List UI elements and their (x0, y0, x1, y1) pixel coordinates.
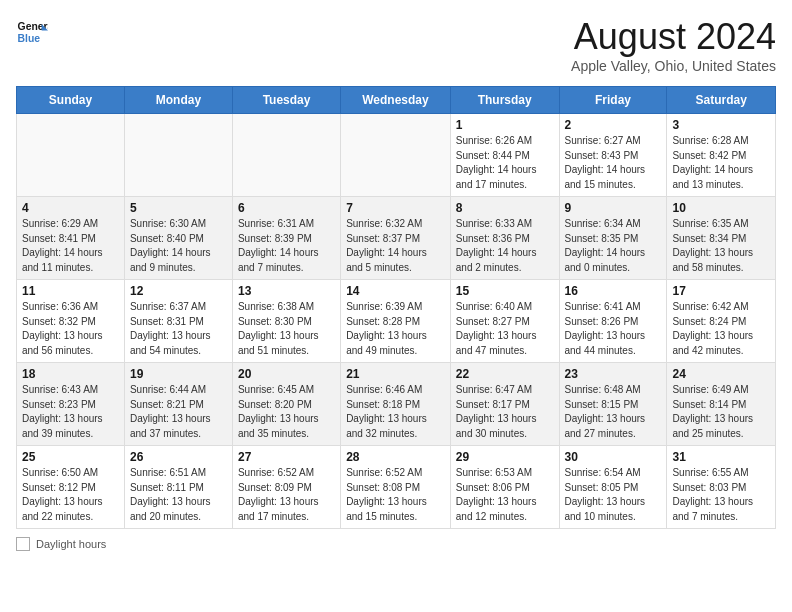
date-number: 2 (565, 118, 662, 132)
date-number: 5 (130, 201, 227, 215)
cell-info: Sunrise: 6:34 AM Sunset: 8:35 PM Dayligh… (565, 217, 662, 275)
cal-cell-28: 28Sunrise: 6:52 AM Sunset: 8:08 PM Dayli… (341, 446, 451, 529)
week-row-5: 25Sunrise: 6:50 AM Sunset: 8:12 PM Dayli… (17, 446, 776, 529)
cal-cell-empty (232, 114, 340, 197)
cal-cell-4: 4Sunrise: 6:29 AM Sunset: 8:41 PM Daylig… (17, 197, 125, 280)
date-number: 17 (672, 284, 770, 298)
date-number: 22 (456, 367, 554, 381)
cal-cell-3: 3Sunrise: 6:28 AM Sunset: 8:42 PM Daylig… (667, 114, 776, 197)
date-number: 29 (456, 450, 554, 464)
date-number: 30 (565, 450, 662, 464)
cell-info: Sunrise: 6:46 AM Sunset: 8:18 PM Dayligh… (346, 383, 445, 441)
cell-info: Sunrise: 6:44 AM Sunset: 8:21 PM Dayligh… (130, 383, 227, 441)
cal-cell-10: 10Sunrise: 6:35 AM Sunset: 8:34 PM Dayli… (667, 197, 776, 280)
date-number: 7 (346, 201, 445, 215)
cell-info: Sunrise: 6:52 AM Sunset: 8:08 PM Dayligh… (346, 466, 445, 524)
cell-info: Sunrise: 6:32 AM Sunset: 8:37 PM Dayligh… (346, 217, 445, 275)
cell-info: Sunrise: 6:45 AM Sunset: 8:20 PM Dayligh… (238, 383, 335, 441)
day-header-tuesday: Tuesday (232, 87, 340, 114)
cell-info: Sunrise: 6:54 AM Sunset: 8:05 PM Dayligh… (565, 466, 662, 524)
cal-cell-12: 12Sunrise: 6:37 AM Sunset: 8:31 PM Dayli… (124, 280, 232, 363)
week-row-4: 18Sunrise: 6:43 AM Sunset: 8:23 PM Dayli… (17, 363, 776, 446)
cal-cell-22: 22Sunrise: 6:47 AM Sunset: 8:17 PM Dayli… (450, 363, 559, 446)
cal-cell-empty (17, 114, 125, 197)
cell-info: Sunrise: 6:52 AM Sunset: 8:09 PM Dayligh… (238, 466, 335, 524)
cell-info: Sunrise: 6:55 AM Sunset: 8:03 PM Dayligh… (672, 466, 770, 524)
date-number: 18 (22, 367, 119, 381)
cal-cell-19: 19Sunrise: 6:44 AM Sunset: 8:21 PM Dayli… (124, 363, 232, 446)
cell-info: Sunrise: 6:36 AM Sunset: 8:32 PM Dayligh… (22, 300, 119, 358)
cal-cell-21: 21Sunrise: 6:46 AM Sunset: 8:18 PM Dayli… (341, 363, 451, 446)
cal-cell-17: 17Sunrise: 6:42 AM Sunset: 8:24 PM Dayli… (667, 280, 776, 363)
cell-info: Sunrise: 6:50 AM Sunset: 8:12 PM Dayligh… (22, 466, 119, 524)
date-number: 23 (565, 367, 662, 381)
date-number: 20 (238, 367, 335, 381)
week-row-3: 11Sunrise: 6:36 AM Sunset: 8:32 PM Dayli… (17, 280, 776, 363)
cal-cell-empty (341, 114, 451, 197)
cal-cell-1: 1Sunrise: 6:26 AM Sunset: 8:44 PM Daylig… (450, 114, 559, 197)
cell-info: Sunrise: 6:28 AM Sunset: 8:42 PM Dayligh… (672, 134, 770, 192)
date-number: 3 (672, 118, 770, 132)
cell-info: Sunrise: 6:31 AM Sunset: 8:39 PM Dayligh… (238, 217, 335, 275)
cal-cell-2: 2Sunrise: 6:27 AM Sunset: 8:43 PM Daylig… (559, 114, 667, 197)
calendar-body: 1Sunrise: 6:26 AM Sunset: 8:44 PM Daylig… (17, 114, 776, 529)
cell-info: Sunrise: 6:43 AM Sunset: 8:23 PM Dayligh… (22, 383, 119, 441)
cal-cell-26: 26Sunrise: 6:51 AM Sunset: 8:11 PM Dayli… (124, 446, 232, 529)
cal-cell-31: 31Sunrise: 6:55 AM Sunset: 8:03 PM Dayli… (667, 446, 776, 529)
cal-cell-6: 6Sunrise: 6:31 AM Sunset: 8:39 PM Daylig… (232, 197, 340, 280)
logo: General Blue (16, 16, 48, 48)
daylight-label: Daylight hours (36, 538, 106, 550)
cell-info: Sunrise: 6:30 AM Sunset: 8:40 PM Dayligh… (130, 217, 227, 275)
cell-info: Sunrise: 6:47 AM Sunset: 8:17 PM Dayligh… (456, 383, 554, 441)
date-number: 16 (565, 284, 662, 298)
day-header-thursday: Thursday (450, 87, 559, 114)
cell-info: Sunrise: 6:49 AM Sunset: 8:14 PM Dayligh… (672, 383, 770, 441)
cell-info: Sunrise: 6:53 AM Sunset: 8:06 PM Dayligh… (456, 466, 554, 524)
cell-info: Sunrise: 6:39 AM Sunset: 8:28 PM Dayligh… (346, 300, 445, 358)
day-header-monday: Monday (124, 87, 232, 114)
month-title: August 2024 (571, 16, 776, 58)
title-block: August 2024 Apple Valley, Ohio, United S… (571, 16, 776, 74)
daylight-box-icon (16, 537, 30, 551)
location: Apple Valley, Ohio, United States (571, 58, 776, 74)
week-row-1: 1Sunrise: 6:26 AM Sunset: 8:44 PM Daylig… (17, 114, 776, 197)
cal-cell-24: 24Sunrise: 6:49 AM Sunset: 8:14 PM Dayli… (667, 363, 776, 446)
calendar-table: SundayMondayTuesdayWednesdayThursdayFrid… (16, 86, 776, 529)
cal-cell-18: 18Sunrise: 6:43 AM Sunset: 8:23 PM Dayli… (17, 363, 125, 446)
day-header-sunday: Sunday (17, 87, 125, 114)
cal-cell-9: 9Sunrise: 6:34 AM Sunset: 8:35 PM Daylig… (559, 197, 667, 280)
cal-cell-20: 20Sunrise: 6:45 AM Sunset: 8:20 PM Dayli… (232, 363, 340, 446)
day-header-wednesday: Wednesday (341, 87, 451, 114)
cell-info: Sunrise: 6:35 AM Sunset: 8:34 PM Dayligh… (672, 217, 770, 275)
date-number: 6 (238, 201, 335, 215)
date-number: 19 (130, 367, 227, 381)
date-number: 11 (22, 284, 119, 298)
svg-text:Blue: Blue (18, 33, 41, 44)
cell-info: Sunrise: 6:41 AM Sunset: 8:26 PM Dayligh… (565, 300, 662, 358)
date-number: 28 (346, 450, 445, 464)
cal-cell-8: 8Sunrise: 6:33 AM Sunset: 8:36 PM Daylig… (450, 197, 559, 280)
cal-cell-5: 5Sunrise: 6:30 AM Sunset: 8:40 PM Daylig… (124, 197, 232, 280)
date-number: 10 (672, 201, 770, 215)
cell-info: Sunrise: 6:37 AM Sunset: 8:31 PM Dayligh… (130, 300, 227, 358)
cal-cell-29: 29Sunrise: 6:53 AM Sunset: 8:06 PM Dayli… (450, 446, 559, 529)
cal-cell-14: 14Sunrise: 6:39 AM Sunset: 8:28 PM Dayli… (341, 280, 451, 363)
cell-info: Sunrise: 6:27 AM Sunset: 8:43 PM Dayligh… (565, 134, 662, 192)
logo-icon: General Blue (16, 16, 48, 48)
date-number: 21 (346, 367, 445, 381)
cell-info: Sunrise: 6:40 AM Sunset: 8:27 PM Dayligh… (456, 300, 554, 358)
cal-cell-7: 7Sunrise: 6:32 AM Sunset: 8:37 PM Daylig… (341, 197, 451, 280)
day-header-saturday: Saturday (667, 87, 776, 114)
cal-cell-11: 11Sunrise: 6:36 AM Sunset: 8:32 PM Dayli… (17, 280, 125, 363)
date-number: 9 (565, 201, 662, 215)
cal-cell-empty (124, 114, 232, 197)
date-number: 12 (130, 284, 227, 298)
cell-info: Sunrise: 6:51 AM Sunset: 8:11 PM Dayligh… (130, 466, 227, 524)
cal-cell-15: 15Sunrise: 6:40 AM Sunset: 8:27 PM Dayli… (450, 280, 559, 363)
cell-info: Sunrise: 6:48 AM Sunset: 8:15 PM Dayligh… (565, 383, 662, 441)
day-header-friday: Friday (559, 87, 667, 114)
date-number: 27 (238, 450, 335, 464)
cal-cell-16: 16Sunrise: 6:41 AM Sunset: 8:26 PM Dayli… (559, 280, 667, 363)
cal-cell-25: 25Sunrise: 6:50 AM Sunset: 8:12 PM Dayli… (17, 446, 125, 529)
date-number: 24 (672, 367, 770, 381)
